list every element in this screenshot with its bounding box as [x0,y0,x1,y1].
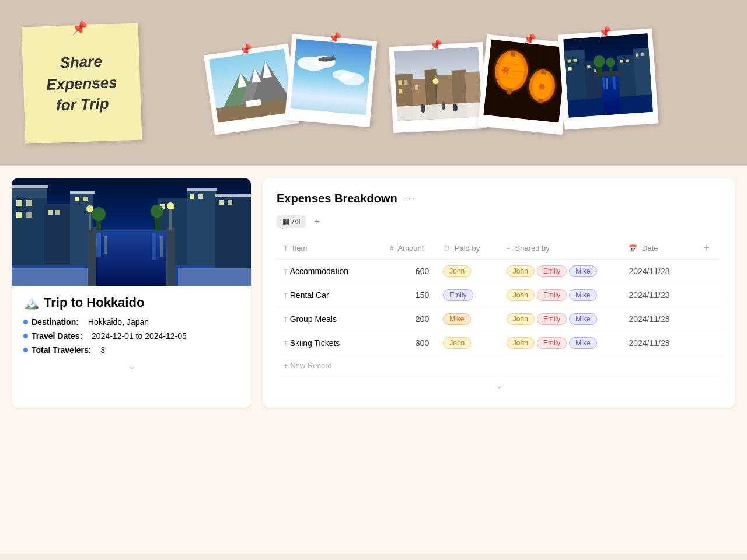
svg-point-115 [151,205,163,218]
cell-empty [692,260,721,284]
svg-rect-82 [215,195,251,268]
svg-rect-57 [567,59,571,62]
cell-date: 2024/11/28 [622,307,692,331]
svg-rect-89 [75,197,79,201]
add-column-header[interactable]: + [692,237,721,260]
svg-rect-104 [152,233,156,260]
shared-badge[interactable]: Mike [569,337,596,349]
cell-shared-by: JohnEmilyMike [500,307,622,331]
svg-rect-26 [404,80,407,85]
photo-4: 📌 有 祭 [477,34,572,135]
pin-3: 📌 [429,38,442,52]
cell-paid-by: John [436,260,500,284]
cell-paid-by: Mike [436,307,500,331]
table-row: TSkiing Tickets300JohnJohnEmilyMike2024/… [277,331,721,355]
svg-rect-110 [169,207,172,230]
paid-by-badge[interactable]: Emily [443,289,473,301]
add-tab-button[interactable]: + [310,215,323,228]
cell-item: TSkiing Tickets [277,331,383,355]
pin-2: 📌 [327,31,341,45]
trip-image [12,178,251,286]
svg-rect-59 [568,66,571,70]
new-record-row[interactable]: + New Record [277,355,721,376]
expenses-header: Expenses Breakdown ··· [277,192,721,205]
paid-by-badge[interactable]: John [443,265,471,277]
shared-badge[interactable]: Emily [537,313,567,325]
expense-table: T Item # Amount ⏱ Paid by ≡ Shared by [277,237,721,376]
photos-area: 📌 [140,12,724,155]
expenses-menu[interactable]: ··· [404,194,416,204]
bottom-area [0,419,747,554]
col-header-amount: # Amount [383,237,436,260]
shared-badge[interactable]: Emily [537,337,567,349]
cell-amount: 600 [383,260,436,284]
add-column-button[interactable]: + [699,242,714,254]
cell-paid-by: Emily [436,284,500,307]
svg-rect-84 [26,200,32,206]
svg-rect-108 [89,210,91,230]
svg-rect-85 [16,212,22,218]
shared-badge[interactable]: Emily [537,289,567,301]
left-card: 🏔️ Trip to Hokkaido Destination: Hokkaid… [12,178,251,408]
shared-badge[interactable]: John [507,337,535,349]
svg-rect-96 [228,200,232,205]
svg-rect-58 [573,58,577,62]
col-header-sharedby: ≡ Shared by [500,237,622,260]
table-header-row: T Item # Amount ⏱ Paid by ≡ Shared by [277,237,721,260]
paid-by-badge[interactable]: Mike [443,313,470,325]
trip-details: Destination: Hokkaido, Japan Travel Date… [12,315,251,357]
shared-badge[interactable]: Emily [537,265,567,277]
svg-rect-95 [219,200,224,205]
svg-rect-90 [83,197,88,201]
cell-shared-by: JohnEmilyMike [500,284,622,307]
cell-item: TGroup Meals [277,307,383,331]
detail-dates: Travel Dates: 2024-12-01 to 2024-12-05 [23,329,239,343]
shared-badge[interactable]: Mike [569,313,596,325]
shared-badge[interactable]: John [507,313,535,325]
svg-rect-25 [398,80,402,85]
right-card: Expenses Breakdown ··· ▦ All + T Item # [263,178,735,408]
svg-rect-103 [104,236,107,254]
svg-rect-100 [215,194,251,197]
bullet-dot [23,348,28,352]
svg-point-111 [167,202,174,209]
sticky-note-text: Share Expenses for Trip [45,50,118,116]
photo-2: 📌 [284,33,376,127]
cell-empty [692,307,721,331]
photo-5: 📌 [558,28,658,130]
main-content: 🏔️ Trip to Hokkaido Destination: Hokkaid… [0,166,747,419]
svg-rect-86 [26,212,32,218]
detail-travelers: Total Travelers: 3 [23,343,239,357]
svg-rect-97 [12,186,48,188]
new-record-cell[interactable]: + New Record [277,355,721,376]
pin-1: 📌 [239,43,253,57]
svg-point-113 [92,207,106,221]
shared-badge[interactable]: John [507,265,535,277]
svg-rect-107 [166,228,175,286]
tab-all[interactable]: ▦ All [277,215,306,228]
shared-badge[interactable]: Mike [569,265,596,277]
cell-shared-by: JohnEmilyMike [500,331,622,355]
shared-badge[interactable]: Mike [569,289,596,301]
cell-paid-by: John [436,331,500,355]
shared-badge[interactable]: John [507,289,535,301]
svg-rect-99 [187,188,217,191]
cell-item: TRental Car [277,284,383,307]
cell-empty [692,331,721,355]
cell-amount: 300 [383,331,436,355]
cell-date: 2024/11/28 [622,260,692,284]
detail-destination: Destination: Hokkaido, Japan [23,315,239,329]
table-row: TRental Car150EmilyJohnEmilyMike2024/11/… [277,284,721,307]
svg-rect-98 [70,191,95,194]
svg-rect-116 [12,268,88,286]
cell-item: TAccommodation [277,260,383,284]
trip-emoji: 🏔️ [23,295,39,310]
svg-rect-93 [190,194,194,199]
pushpin-red: 📌 [72,20,88,36]
paid-by-badge[interactable]: John [443,337,471,349]
sticky-note: 📌 Share Expenses for Trip [22,23,142,144]
pin-4: 📌 [522,32,536,46]
cell-amount: 150 [383,284,436,307]
photo-3: 📌 [389,42,487,133]
table-row: TGroup Meals200MikeJohnEmilyMike2024/11/… [277,307,721,331]
